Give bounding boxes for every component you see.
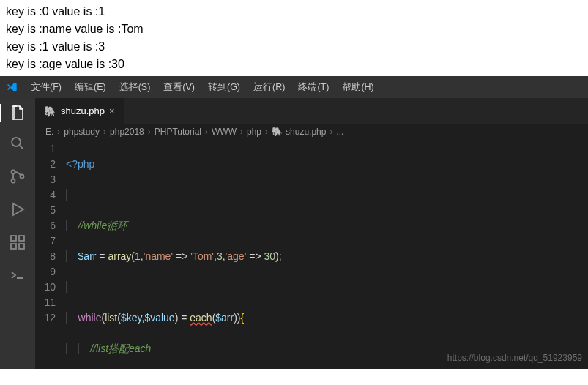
svg-point-2 <box>12 179 15 183</box>
chevron-right-icon: › <box>57 127 60 137</box>
php-file-icon: 🐘 <box>272 127 283 137</box>
chevron-right-icon: › <box>103 127 106 137</box>
run-debug-icon[interactable] <box>9 201 26 220</box>
svg-rect-5 <box>11 244 16 249</box>
watermark: https://blog.csdn.net/qq_51923959 <box>447 351 582 366</box>
editor-tabs: 🐘 shuzu.php × <box>35 98 588 124</box>
menu-edit[interactable]: 编辑(E) <box>69 78 112 97</box>
output-line: key is :name value is :Tom <box>6 20 582 38</box>
output-line: key is :age value is :30 <box>6 56 582 73</box>
editor-area: 🐘 shuzu.php × E:› phpstudy› php2018› PHP… <box>35 98 588 369</box>
php-file-icon: 🐘 <box>44 105 56 117</box>
explorer-icon[interactable] <box>0 104 35 122</box>
code-line[interactable]: //while循环 <box>66 218 588 233</box>
chevron-right-icon: › <box>330 127 332 137</box>
crumb[interactable]: php2018 <box>110 127 144 137</box>
menu-selection[interactable]: 选择(S) <box>113 78 157 97</box>
menu-terminal[interactable]: 终端(T) <box>292 78 335 97</box>
crumb-file[interactable]: shuzu.php <box>286 127 326 137</box>
menu-help[interactable]: 帮助(H) <box>336 78 379 97</box>
line-numbers: 123456789101112 <box>35 141 66 369</box>
menu-file[interactable]: 文件(F) <box>25 78 67 97</box>
source-control-icon[interactable] <box>9 168 26 187</box>
vscode-window: 文件(F) 编辑(E) 选择(S) 查看(V) 转到(G) 运行(R) 终端(T… <box>0 76 588 369</box>
crumb[interactable]: php <box>247 127 261 137</box>
chevron-right-icon: › <box>265 127 268 137</box>
code-editor[interactable]: 123456789101112 <?php //while循环 $arr = a… <box>35 140 588 369</box>
crumb[interactable]: PHPTutorial <box>155 127 201 137</box>
svg-point-1 <box>12 171 15 174</box>
code-line[interactable] <box>66 187 588 203</box>
crumb[interactable]: phpstudy <box>64 127 100 137</box>
svg-rect-7 <box>19 236 24 241</box>
crumb[interactable]: E: <box>45 127 53 137</box>
crumb-more[interactable]: ... <box>336 127 343 137</box>
menu-view[interactable]: 查看(V) <box>157 78 201 97</box>
search-icon[interactable] <box>9 135 26 154</box>
code-lines[interactable]: <?php //while循环 $arr = array(1,'name' =>… <box>66 141 588 369</box>
vscode-logo-icon <box>6 81 18 93</box>
chevron-right-icon: › <box>240 127 243 137</box>
code-line[interactable]: while(list($key,$value) = each($arr)){ <box>66 310 588 326</box>
tab-shuzu[interactable]: 🐘 shuzu.php × <box>35 98 124 124</box>
tab-label: shuzu.php <box>61 105 105 116</box>
close-icon[interactable]: × <box>109 105 115 116</box>
menu-bar: 文件(F) 编辑(E) 选择(S) 查看(V) 转到(G) 运行(R) 终端(T… <box>25 78 380 97</box>
menu-go[interactable]: 转到(G) <box>202 78 246 97</box>
code-line[interactable] <box>66 280 588 295</box>
crumb[interactable]: WWW <box>212 127 237 137</box>
svg-point-3 <box>21 175 24 179</box>
extensions-icon[interactable] <box>9 233 26 253</box>
svg-point-0 <box>12 138 21 146</box>
code-line[interactable]: $arr = array(1,'name' => 'Tom',3,'age' =… <box>66 249 588 264</box>
code-line[interactable]: <?php <box>66 157 588 172</box>
menu-run[interactable]: 运行(R) <box>248 78 291 97</box>
chevron-right-icon: › <box>148 127 151 137</box>
chevron-right-icon: › <box>205 127 208 137</box>
title-bar: 文件(F) 编辑(E) 选择(S) 查看(V) 转到(G) 运行(R) 终端(T… <box>0 76 588 98</box>
activity-bar <box>0 98 35 369</box>
php-output: key is :0 value is :1 key is :name value… <box>0 0 588 76</box>
breadcrumb[interactable]: E:› phpstudy› php2018› PHPTutorial› WWW›… <box>35 124 588 140</box>
output-line: key is :0 value is :1 <box>6 3 582 20</box>
output-line: key is :1 value is :3 <box>6 38 582 56</box>
svg-rect-6 <box>19 244 24 249</box>
svg-rect-4 <box>11 236 16 241</box>
remote-icon[interactable] <box>9 266 26 286</box>
